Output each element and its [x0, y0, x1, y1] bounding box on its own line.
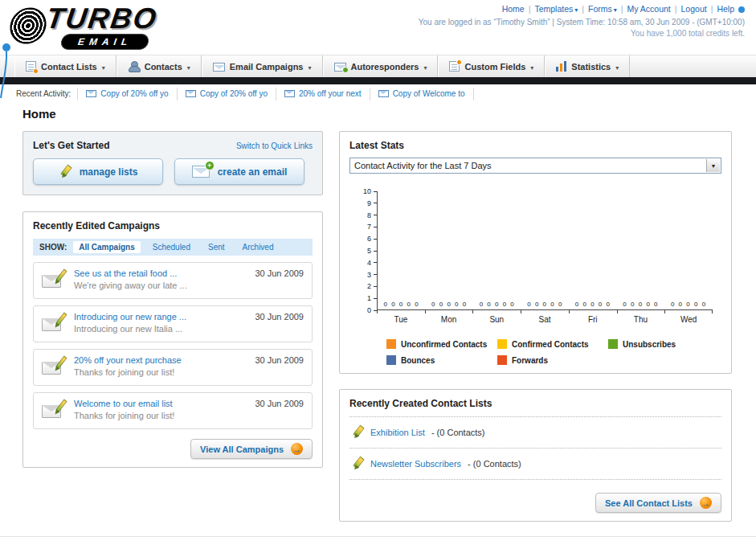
campaign-subtitle: Introducing our new Italia ...: [74, 324, 247, 334]
legend-label: Bounces: [401, 356, 435, 365]
chart-bar-group: 0 0 0 0 0: [617, 191, 665, 309]
contact-list-link[interactable]: Exhibition List: [370, 428, 425, 437]
y-axis-tick: 2: [367, 282, 377, 290]
y-axis-tick: 6: [367, 235, 377, 243]
nav-link-templates[interactable]: Templates: [534, 4, 573, 14]
campaign-subtitle: Thanks for joining our list!: [74, 411, 247, 420]
header-right: HomeTemplatesFormsMy AccountLogoutHelp Y…: [419, 4, 745, 38]
y-axis-tick: 7: [367, 223, 377, 231]
legend-item: Confirmed Contacts: [497, 339, 608, 349]
legend-swatch: [497, 355, 507, 365]
nav-link-home[interactable]: Home: [502, 4, 525, 14]
see-all-contact-lists-label: See All Contact Lists: [605, 498, 693, 508]
campaign-title-link[interactable]: 20% off your next purchase: [74, 355, 247, 365]
campaign-filter-bar: SHOW: All Campaigns Scheduled Sent Archi…: [33, 239, 313, 256]
campaign-row[interactable]: Introducing our new range ... Introducin…: [33, 305, 313, 342]
latest-stats-panel: Latest Stats Contact Activity for the La…: [339, 131, 732, 374]
campaign-list: See us at the retail food ... We're givi…: [33, 262, 313, 429]
chart-plot: 0 0 0 0 00 0 0 0 00 0 0 0 00 0 0 0 00 0 …: [377, 191, 713, 310]
y-axis-tick: 0: [367, 306, 377, 314]
campaign-row[interactable]: 20% off your next purchase Thanks for jo…: [33, 349, 313, 386]
stats-period-select[interactable]: Contact Activity for the Last 7 Days: [349, 158, 721, 174]
filter-all-campaigns[interactable]: All Campaigns: [73, 241, 140, 253]
contact-activity-chart: 012345678910 0 0 0 0 00 0 0 0 00 0 0 0 0…: [349, 191, 721, 326]
chevron-down-icon: [530, 62, 533, 72]
legend-swatch: [497, 339, 507, 349]
contact-list-row[interactable]: Newsletter Subscribers - (0 Contacts): [349, 449, 721, 480]
legend-label: Confirmed Contacts: [512, 340, 589, 349]
campaign-row[interactable]: Welcome to our email list Thanks for joi…: [33, 392, 313, 429]
divider: [578, 4, 588, 14]
email-icon: [284, 90, 295, 97]
tab-contact-lists[interactable]: Contact Lists: [14, 55, 116, 77]
campaign-text: See us at the retail food ... We're givi…: [74, 268, 247, 290]
campaign-date: 30 Jun 2009: [255, 399, 304, 408]
nav-link-my-account[interactable]: My Account: [627, 4, 671, 14]
view-all-campaigns-label: View All Campaigns: [200, 445, 284, 454]
nav-link-logout[interactable]: Logout: [681, 4, 707, 14]
contact-list-row[interactable]: Exhibition List - (0 Contacts): [349, 417, 721, 449]
x-axis-label: Sat: [521, 310, 569, 326]
divider: [671, 4, 681, 14]
recent-activity-link: Copy of Welcome to: [393, 89, 465, 98]
chart-bar-group: 0 0 0 0 0: [569, 191, 617, 309]
x-axis-label: Sun: [472, 310, 521, 326]
legend-label: Unconfirmed Contacts: [401, 340, 487, 349]
campaign-subtitle: We're giving away our late ...: [74, 281, 247, 290]
create-email-button[interactable]: create an email: [174, 158, 304, 185]
legend-swatch: [386, 355, 396, 365]
plus-icon: [205, 161, 215, 170]
tab-contacts[interactable]: Contacts: [116, 55, 202, 77]
filter-scheduled[interactable]: Scheduled: [147, 241, 196, 253]
contact-list-link[interactable]: Newsletter Subscribers: [370, 459, 461, 469]
recent-activity-link: 20% off your next: [299, 89, 362, 98]
campaign-date: 30 Jun 2009: [255, 355, 304, 365]
campaign-title-link[interactable]: Introducing our new range ...: [74, 312, 247, 322]
tab-email-campaigns[interactable]: Email Campaigns: [202, 55, 323, 77]
recent-activity-item[interactable]: Copy of 20% off yo: [77, 88, 176, 100]
pencil-icon: [59, 165, 72, 179]
see-all-contact-lists-button[interactable]: See All Contact Lists: [595, 493, 721, 513]
recent-activity-item[interactable]: 20% off your next: [276, 88, 370, 100]
y-axis-tick: 5: [367, 247, 377, 255]
filter-sent[interactable]: Sent: [202, 241, 231, 253]
campaign-row[interactable]: See us at the retail food ... We're givi…: [33, 262, 313, 299]
manage-lists-button[interactable]: manage lists: [33, 158, 163, 185]
campaign-text: Introducing our new range ... Introducin…: [74, 312, 247, 334]
x-axis-label: Fri: [569, 310, 617, 326]
campaign-subtitle: Thanks for joining our list!: [74, 367, 247, 377]
nav-link-forms[interactable]: Forms: [588, 4, 612, 14]
recent-activity-item[interactable]: Copy of Welcome to: [370, 88, 474, 100]
app-logo[interactable]: TURBO EMAIL: [8, 2, 233, 53]
email-campaigns-icon: [213, 63, 225, 72]
logo-swirl-icon: [8, 4, 48, 47]
tab-label: Email Campaigns: [230, 62, 304, 72]
logo-subtext: EMAIL: [60, 34, 150, 50]
campaign-title-link[interactable]: Welcome to our email list: [74, 399, 247, 408]
tab-statistics[interactable]: Statistics: [545, 55, 630, 77]
arrow-right-icon: [700, 497, 712, 509]
nav-link-help[interactable]: Help: [717, 4, 734, 14]
view-all-campaigns-button[interactable]: View All Campaigns: [190, 439, 313, 459]
contact-lists-icon: [26, 61, 36, 72]
chart-bar-group: 0 0 0 0 0: [473, 191, 521, 309]
get-started-title: Let's Get Started: [33, 140, 110, 151]
main-navigation: Contact Lists Contacts Email Campaigns A…: [0, 55, 756, 77]
legend-item: Bounces: [386, 355, 497, 365]
filter-archived[interactable]: Archived: [237, 241, 280, 253]
email-icon: [86, 90, 96, 97]
tab-autoresponders[interactable]: Autoresponders: [323, 55, 439, 77]
y-axis-tick: 8: [367, 211, 377, 219]
legend-item: Forwards: [497, 355, 608, 365]
chart-bar-group: 0 0 0 0 0: [378, 191, 426, 309]
chevron-down-icon: [308, 62, 311, 72]
campaign-title-link[interactable]: See us at the retail food ...: [74, 268, 247, 278]
campaign-text: Welcome to our email list Thanks for joi…: [74, 399, 247, 420]
contact-list-count: - (0 Contacts): [431, 428, 485, 437]
tab-custom-fields[interactable]: Custom Fields: [438, 55, 545, 77]
recent-activity-item[interactable]: Copy of 20% off yo: [177, 88, 276, 100]
recent-activity-bar: Recent Activity: Copy of 20% off yo Copy…: [0, 84, 756, 103]
legend-label: Forwards: [512, 356, 548, 365]
x-axis-label: Wed: [664, 310, 713, 326]
switch-quick-links[interactable]: Switch to Quick Links: [236, 141, 313, 150]
